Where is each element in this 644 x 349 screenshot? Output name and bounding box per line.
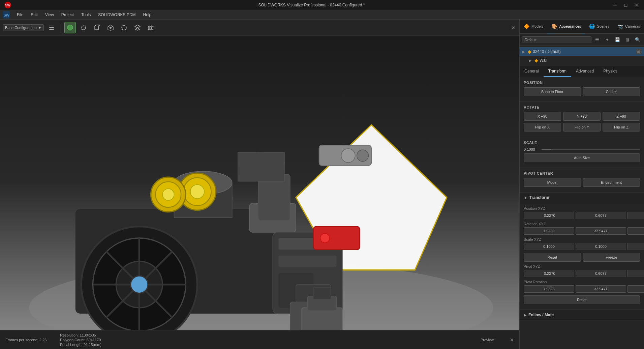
pivot-rot-y-input[interactable] <box>576 285 626 293</box>
scale-y-input[interactable] <box>576 243 626 250</box>
rotation-z-input[interactable] <box>627 227 644 235</box>
tree-item-wall[interactable]: ▶ ◆ Wall <box>520 56 644 65</box>
status-info: Resolution: 1130x635 Polygon Count: 5041… <box>60 333 101 347</box>
flip-z-button[interactable]: Flip on Z <box>603 123 640 132</box>
preview-label: Preview <box>481 338 494 342</box>
tree-expand-button[interactable]: ⊞ <box>636 49 641 54</box>
3d-viewport[interactable] <box>0 36 519 330</box>
pivot-model-button[interactable]: Model <box>524 178 581 187</box>
menu-view[interactable]: View <box>42 11 57 19</box>
flip-y-button[interactable]: Flip on Y <box>563 123 601 132</box>
sphere-button[interactable] <box>64 22 76 33</box>
pivot-x-input[interactable] <box>524 270 574 277</box>
auto-size-row: Auto Size <box>524 153 640 162</box>
center-button[interactable]: Center <box>583 87 640 96</box>
titlebar: SW SOLIDWORKS Visualize Professional - 0… <box>0 0 644 10</box>
rotation-xyz-inputs <box>524 227 640 235</box>
panel-menu-button[interactable]: ☰ <box>593 35 602 44</box>
reset-button[interactable]: Reset <box>524 253 581 262</box>
box-button[interactable] <box>91 22 103 33</box>
main-layout: Base Configuration ▼ <box>0 20 644 349</box>
tree-wall-arrow-icon: ▶ <box>529 59 533 62</box>
toolbar-separator <box>61 23 61 33</box>
snap-to-floor-button[interactable]: Snap to Floor <box>524 87 581 96</box>
rotate-buttons-row1: X +90 Y +90 Z +90 <box>524 112 640 121</box>
scale-slider[interactable] <box>542 149 640 150</box>
tab-appearances[interactable]: 🎨 Appearances <box>547 20 585 33</box>
follow-mate-section[interactable]: ▶ Follow / Mate <box>520 310 644 320</box>
svg-rect-43 <box>238 152 284 181</box>
list-view-button[interactable] <box>46 22 57 33</box>
tab-cameras[interactable]: 📷 Cameras <box>613 20 644 33</box>
config-dropdown[interactable]: Base Configuration ▼ <box>3 24 44 31</box>
menu-file[interactable]: File <box>13 11 27 19</box>
position-xyz-label: Position XYZ <box>524 206 640 210</box>
scale-x-input[interactable] <box>524 243 574 250</box>
svg-text:SW: SW <box>5 3 11 7</box>
svg-rect-51 <box>313 287 331 299</box>
model-search-input[interactable] <box>522 36 591 43</box>
rotate-button[interactable] <box>78 22 89 33</box>
rotation-y-input[interactable] <box>576 227 626 235</box>
tab-advanced[interactable]: Advanced <box>571 66 599 77</box>
scenes-tab-icon: 🌐 <box>589 24 595 29</box>
tab-transform[interactable]: Transform <box>544 66 571 77</box>
statusbar-close-button[interactable]: ✕ <box>510 337 514 343</box>
close-button[interactable]: ✕ <box>632 2 641 8</box>
minimize-button[interactable]: ─ <box>610 2 620 8</box>
panel-save-button[interactable]: 💾 <box>613 35 622 44</box>
layers-button[interactable] <box>132 22 143 33</box>
reset2-row: Reset <box>524 295 640 304</box>
menu-tools[interactable]: Tools <box>78 11 94 19</box>
rotate-buttons-row2: Flip on X Flip on Y Flip on Z <box>524 123 640 132</box>
right-panel: 🔶 Models 🎨 Appearances 🌐 Scenes 📷 Camera… <box>519 20 644 349</box>
freeze-button[interactable]: Freeze <box>583 253 640 262</box>
menu-help[interactable]: Help <box>140 11 155 19</box>
rotate-x90-button[interactable]: X +90 <box>524 112 561 121</box>
scale-value: 0.1000 <box>524 147 539 151</box>
app-logo: SW <box>1 10 11 20</box>
position-y-input[interactable] <box>576 212 626 219</box>
menu-project[interactable]: Project <box>58 11 77 19</box>
flip-x-button[interactable]: Flip on X <box>524 123 561 132</box>
rotate-z90-button[interactable]: Z +90 <box>603 112 640 121</box>
rotation-x-input[interactable] <box>524 227 574 235</box>
svg-point-30 <box>190 185 204 199</box>
pivot-z-input[interactable] <box>627 270 644 277</box>
tab-general[interactable]: General <box>520 66 544 77</box>
pivot-environment-button[interactable]: Environment <box>583 178 640 187</box>
pivot-rot-z-input[interactable] <box>627 285 644 293</box>
focal-display: Focal Length: 91.15(mm) <box>60 343 101 347</box>
scale-z-input[interactable] <box>627 243 644 250</box>
panel-search-button[interactable]: 🔍 <box>633 35 642 44</box>
svg-rect-49 <box>302 308 342 330</box>
reset2-button[interactable]: Reset <box>524 295 640 304</box>
rotate-y90-button[interactable]: Y +90 <box>563 112 601 121</box>
svg-rect-8 <box>95 26 98 30</box>
menu-solidworks-pdm[interactable]: SOLIDWORKS PDM <box>95 11 139 19</box>
camera-button[interactable] <box>145 22 157 33</box>
panel-add-button[interactable]: + <box>603 35 612 44</box>
panel-delete-button[interactable]: 🗑 <box>623 35 632 44</box>
pivot-rotation-group: Pivot Rotation <box>524 280 640 293</box>
tab-scenes[interactable]: 🌐 Scenes <box>585 20 613 33</box>
auto-size-button[interactable]: Auto Size <box>524 153 640 162</box>
appearances-tab-icon: 🎨 <box>551 24 557 29</box>
position-z-input[interactable] <box>627 212 644 219</box>
pivot-rotation-label: Pivot Rotation <box>524 280 640 284</box>
transform-section-header[interactable]: ▼ Transform <box>520 193 644 203</box>
materials-button[interactable] <box>105 22 116 33</box>
tree-item-02440[interactable]: ▶ ◆ 02440 (Default) ⊞ <box>520 47 644 56</box>
tab-models[interactable]: 🔶 Models <box>520 20 547 33</box>
toolbar-close-button[interactable]: ✕ <box>510 24 517 31</box>
rotation-xyz-group: Rotation XYZ <box>524 222 640 235</box>
menu-edit[interactable]: Edit <box>27 11 41 19</box>
refresh-button[interactable] <box>118 22 130 33</box>
window-title: SOLIDWORKS Visualize Professional - 0244… <box>258 3 365 7</box>
pivot-rot-x-input[interactable] <box>524 285 574 293</box>
tab-physics[interactable]: Physics <box>599 66 622 77</box>
position-x-input[interactable] <box>524 212 574 219</box>
maximize-button[interactable]: □ <box>621 2 631 8</box>
pivot-y-input[interactable] <box>576 270 626 277</box>
svg-rect-5 <box>49 27 54 28</box>
